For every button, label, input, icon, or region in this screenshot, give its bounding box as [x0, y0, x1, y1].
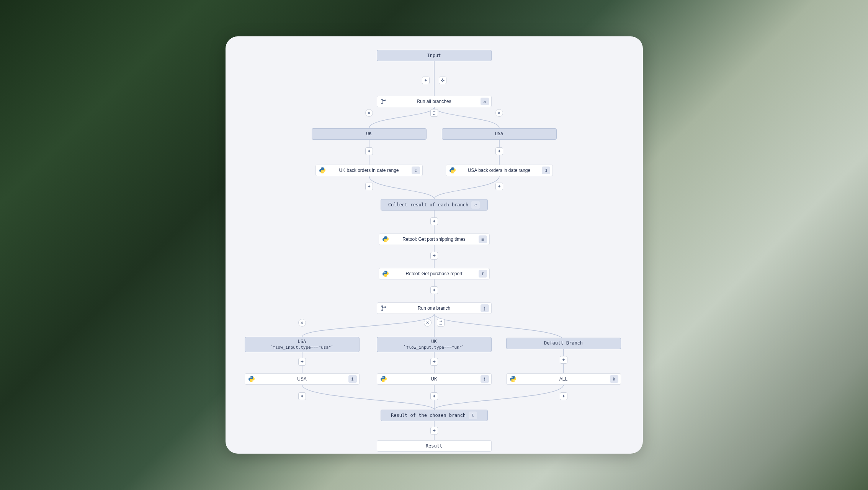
shipping-node[interactable]: Retool: Get port shipping times m: [379, 234, 490, 245]
svg-point-15: [381, 305, 383, 307]
add-step-cond-usa[interactable]: ✦: [298, 358, 306, 366]
sparkle-icon: [440, 78, 445, 83]
python-icon: [247, 375, 256, 383]
usa-orders-node[interactable]: USA back orders in date range d: [446, 165, 553, 176]
svg-point-14: [384, 100, 386, 101]
python-icon: [379, 375, 388, 383]
usa-condition-node[interactable]: USA `flow_input.type==="usa"`: [245, 337, 360, 352]
close-icon: ✕: [300, 320, 304, 325]
add-step-after-chosen[interactable]: ✦: [430, 427, 438, 434]
usa-condition-title: USA: [298, 339, 306, 345]
all-step-node[interactable]: ALL k: [506, 373, 621, 385]
usa-branch-label: USA: [495, 131, 503, 137]
chosen-result-node[interactable]: Result of the chosen branch l: [381, 410, 488, 421]
purchase-label: Retool: Get purchase report: [392, 271, 476, 276]
usa-branch-node[interactable]: USA: [442, 128, 557, 140]
plus-icon: ✦: [432, 359, 436, 364]
usa-orders-label: USA back orders in date range: [459, 168, 539, 173]
add-step-uk3[interactable]: ✦: [430, 392, 438, 400]
svg-point-13: [381, 103, 383, 104]
plus-icon: ✦: [367, 184, 371, 189]
plus-icon: ✦: [432, 253, 436, 258]
python-icon: [448, 166, 457, 175]
default-branch-node[interactable]: Default Branch: [506, 338, 621, 349]
run-all-branches-node[interactable]: Run all branches a: [377, 96, 492, 107]
run-all-label: Run all branches: [390, 99, 478, 104]
usa-condition-expr: `flow_input.type==="usa"`: [270, 345, 334, 350]
svg-point-16: [381, 310, 383, 311]
plus-icon: ✦: [497, 184, 501, 189]
uk-step-label: UK: [390, 376, 478, 382]
python-icon: [509, 375, 517, 383]
shipping-label: Retool: Get port shipping times: [392, 237, 476, 242]
key-badge: c: [412, 167, 420, 174]
uk-branch-label: UK: [366, 131, 371, 137]
add-step-uk[interactable]: ✦: [365, 147, 373, 155]
close-icon: ✕: [367, 111, 371, 116]
add-step-button-alt[interactable]: [439, 77, 446, 84]
uk-branch-node[interactable]: UK: [312, 128, 427, 140]
input-label: Input: [427, 53, 441, 58]
uk-condition-expr: `flow_input.type==="uk"`: [404, 345, 464, 350]
plus-icon: ✦: [432, 394, 436, 399]
result-node[interactable]: Result: [377, 440, 492, 452]
add-step-after-purchase[interactable]: ✦: [430, 286, 438, 294]
add-step-usa[interactable]: ✦: [495, 147, 503, 155]
add-step-cond-uk[interactable]: ✦: [430, 358, 438, 366]
usa-step-node[interactable]: USA i: [245, 373, 360, 385]
add-step-button[interactable]: ✦: [422, 77, 430, 84]
default-branch-label: Default Branch: [544, 340, 583, 346]
python-icon: [318, 166, 327, 175]
key-badge: l: [469, 412, 477, 419]
plus-icon: ✦: [432, 219, 436, 224]
flow-canvas[interactable]: Input ✦ Run all branches a ✕ ✕ UK USA ✦ …: [226, 36, 643, 454]
python-icon: [381, 270, 390, 278]
key-badge: k: [610, 375, 618, 383]
add-step-usa2[interactable]: ✦: [495, 183, 503, 190]
plus-icon: ✦: [424, 78, 428, 83]
key-badge: m: [479, 235, 487, 243]
add-step-after-shipping[interactable]: ✦: [430, 252, 438, 260]
key-badge: f: [479, 270, 487, 278]
usa-step-label: USA: [258, 376, 346, 382]
add-step-cond-default[interactable]: ✦: [560, 356, 567, 364]
plus-icon: ✦: [562, 357, 566, 363]
add-branch-icon: [432, 111, 436, 115]
plus-icon: ✦: [300, 394, 304, 399]
plus-icon: ✦: [367, 149, 371, 154]
close-branch-uk2[interactable]: ✕: [424, 319, 432, 327]
key-badge: i: [348, 375, 357, 383]
branch-icon: [379, 304, 388, 312]
close-branch-usa2[interactable]: ✕: [298, 319, 306, 327]
result-label: Result: [426, 443, 442, 449]
key-badge: a: [481, 98, 489, 105]
close-branch-button-uk[interactable]: ✕: [365, 109, 373, 117]
collect-result-node[interactable]: Collect result of each branch e: [381, 199, 488, 211]
uk-orders-label: UK back orders in date range: [329, 168, 409, 173]
chosen-label: Result of the chosen branch: [391, 413, 466, 418]
add-branch-button[interactable]: [430, 109, 438, 117]
run-one-label: Run one branch: [390, 305, 478, 311]
plus-icon: ✦: [300, 359, 304, 364]
uk-orders-node[interactable]: UK back orders in date range c: [315, 165, 423, 176]
plus-icon: ✦: [432, 287, 436, 293]
close-icon: ✕: [426, 320, 429, 325]
run-one-branch-node[interactable]: Run one branch j: [377, 302, 492, 314]
add-step-all3[interactable]: ✦: [560, 392, 567, 400]
plus-icon: ✦: [562, 394, 566, 399]
branch-icon: [379, 97, 388, 106]
add-branch-icon: [438, 320, 443, 325]
close-branch-button-usa[interactable]: ✕: [495, 109, 503, 117]
python-icon: [381, 235, 390, 243]
key-badge: e: [471, 201, 480, 209]
add-step-after-collect[interactable]: ✦: [430, 217, 438, 225]
all-step-label: ALL: [520, 376, 608, 382]
add-step-usa3[interactable]: ✦: [298, 392, 306, 400]
input-node[interactable]: Input: [377, 50, 492, 61]
uk-condition-node[interactable]: UK `flow_input.type==="uk"`: [377, 337, 492, 352]
uk-condition-title: UK: [431, 339, 436, 345]
add-branch-button-2[interactable]: [437, 319, 445, 327]
add-step-uk2[interactable]: ✦: [365, 183, 373, 190]
uk-step-node[interactable]: UK j: [377, 373, 492, 385]
purchase-node[interactable]: Retool: Get purchase report f: [379, 268, 490, 279]
